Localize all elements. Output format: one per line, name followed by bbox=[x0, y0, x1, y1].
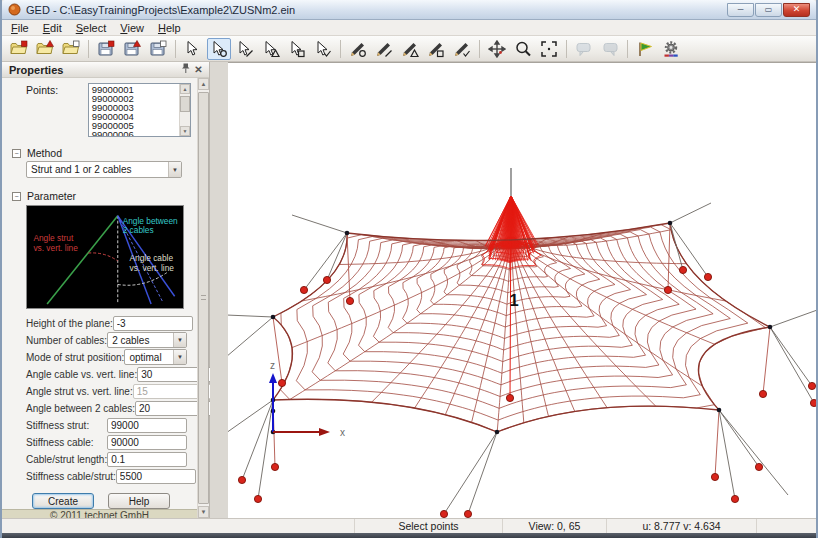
comment-a-button[interactable] bbox=[572, 38, 596, 60]
panel-close-icon[interactable]: ✕ bbox=[192, 64, 205, 75]
select-quads-tool-button[interactable] bbox=[285, 38, 309, 60]
field-label: Stiffness cable: bbox=[26, 437, 107, 448]
help-button[interactable]: Help bbox=[108, 493, 170, 509]
select-points-tool-button[interactable] bbox=[207, 38, 231, 60]
points-listbox[interactable]: 9900000199000002990000039900000499000005… bbox=[88, 83, 191, 137]
draw-lines-tool-button[interactable] bbox=[372, 38, 396, 60]
svg-text:Angle cable: Angle cable bbox=[130, 253, 174, 263]
method-section-label: Method bbox=[27, 147, 62, 159]
scroll-up-icon[interactable]: ▲ bbox=[180, 84, 190, 94]
draw-quads-tool-button[interactable] bbox=[424, 38, 448, 60]
close-button[interactable]: ✕ bbox=[783, 3, 810, 17]
zoom-tool-button[interactable] bbox=[511, 38, 535, 60]
field-row-angle-cable-vs-vert-line: Angle cable vs. vert. line: bbox=[2, 366, 197, 382]
panel-scrollbar[interactable]: ▲ ▼ bbox=[197, 78, 209, 518]
run-button[interactable] bbox=[633, 38, 657, 60]
svg-text:Angle strut: Angle strut bbox=[33, 233, 73, 243]
select-triangles-tool-button[interactable] bbox=[259, 38, 283, 60]
menu-edit[interactable]: Edit bbox=[36, 21, 69, 35]
select-lines-tool-button[interactable] bbox=[233, 38, 257, 60]
scroll-down-icon[interactable]: ▼ bbox=[180, 126, 190, 136]
field-row-cable-strut-length: Cable/strut length: bbox=[2, 451, 197, 467]
svg-text:x: x bbox=[340, 427, 345, 438]
svg-text:z: z bbox=[270, 360, 275, 371]
chevron-down-icon[interactable]: ▼ bbox=[173, 350, 186, 364]
panel-splitter[interactable] bbox=[210, 62, 228, 518]
method-select[interactable]: Strut and 1 or 2 cables ▼ bbox=[26, 161, 182, 178]
status-uv-coordinates: u: 8.777 v: 4.634 bbox=[606, 519, 756, 533]
ged-application-window: GED - C:\EasyTrainingProjects\Example2\Z… bbox=[0, 0, 818, 538]
comment-b-button[interactable] bbox=[598, 38, 622, 60]
properties-panel: Properties ✕ Points: 9900000199000002990… bbox=[2, 62, 210, 518]
fit-view-button[interactable] bbox=[537, 38, 561, 60]
svg-text:Angle between: Angle between bbox=[123, 216, 178, 226]
points-list-scrollbar[interactable]: ▲ ▼ bbox=[179, 84, 190, 136]
menu-view[interactable]: View bbox=[113, 21, 151, 35]
settings-button[interactable] bbox=[659, 38, 683, 60]
method-section-header[interactable]: − Method bbox=[2, 147, 197, 159]
toolbar-separator bbox=[479, 40, 480, 58]
title-bar[interactable]: GED - C:\EasyTrainingProjects\Example2\Z… bbox=[2, 0, 816, 20]
field-select-number-of-cables[interactable]: 2 cables▼ bbox=[107, 332, 187, 348]
toolbar-separator bbox=[175, 40, 176, 58]
menu-help[interactable]: Help bbox=[151, 21, 188, 35]
status-mode: Select points bbox=[354, 519, 502, 533]
toolbar-separator bbox=[88, 40, 89, 58]
scroll-down-icon[interactable]: ▼ bbox=[198, 506, 209, 518]
status-spacer bbox=[2, 519, 354, 533]
select-apply-tool-button[interactable] bbox=[311, 38, 335, 60]
field-label: Angle between 2 cables: bbox=[26, 403, 135, 414]
field-label: Cable/strut length: bbox=[26, 454, 107, 465]
point-list-item[interactable]: 99000006 bbox=[92, 130, 179, 136]
field-input-height-of-the-plane[interactable] bbox=[113, 316, 193, 331]
save-file-a-button[interactable] bbox=[94, 38, 118, 60]
chevron-down-icon[interactable]: ▼ bbox=[168, 162, 181, 177]
parameter-section-header[interactable]: − Parameter bbox=[2, 190, 197, 202]
maximize-button[interactable]: ▭ bbox=[755, 3, 782, 17]
field-row-number-of-cables: Number of cables:2 cables▼ bbox=[2, 332, 197, 348]
points-list: 9900000199000002990000039900000499000005… bbox=[89, 84, 179, 136]
field-row-height-of-the-plane: Height of the plane: bbox=[2, 315, 197, 331]
draw-points-tool-button[interactable] bbox=[346, 38, 370, 60]
parameter-section-label: Parameter bbox=[27, 190, 76, 202]
save-file-c-button[interactable] bbox=[146, 38, 170, 60]
menu-select[interactable]: Select bbox=[69, 21, 114, 35]
field-input-stiffness-cable[interactable] bbox=[107, 435, 187, 450]
open-file-b-button[interactable] bbox=[33, 38, 57, 60]
main-area: Properties ✕ Points: 9900000199000002990… bbox=[2, 62, 816, 518]
scrollbar-thumb[interactable] bbox=[198, 92, 209, 504]
field-label: Stiffness strut: bbox=[26, 420, 107, 431]
parameter-fields: Height of the plane:Number of cables:2 c… bbox=[2, 313, 197, 485]
properties-panel-header: Properties ✕ bbox=[2, 62, 209, 78]
scroll-up-icon[interactable]: ▲ bbox=[198, 78, 209, 90]
move-view-tool-button[interactable] bbox=[485, 38, 509, 60]
field-input-cable-strut-length[interactable] bbox=[107, 452, 187, 467]
field-input-stiffness-cable-strut[interactable] bbox=[116, 469, 196, 484]
draw-apply-tool-button[interactable] bbox=[450, 38, 474, 60]
toolbar-separator bbox=[340, 40, 341, 58]
points-row: Points: 99000001990000029900000399000004… bbox=[2, 78, 197, 139]
draw-triangles-tool-button[interactable] bbox=[398, 38, 422, 60]
select-tool-button[interactable] bbox=[181, 38, 205, 60]
collapse-icon[interactable]: − bbox=[12, 149, 21, 158]
menu-file[interactable]: File bbox=[4, 21, 36, 35]
create-button[interactable]: Create bbox=[32, 493, 94, 509]
toolbar bbox=[2, 36, 816, 62]
node-label: 1 bbox=[509, 291, 518, 310]
scrollbar-thumb[interactable] bbox=[180, 96, 190, 112]
field-select-mode-of-strut-position[interactable]: optimal▼ bbox=[124, 349, 187, 365]
toolbar-separator bbox=[627, 40, 628, 58]
open-file-a-button[interactable] bbox=[7, 38, 31, 60]
field-row-stiffness-cable: Stiffness cable: bbox=[2, 434, 197, 450]
app-icon bbox=[8, 3, 21, 16]
method-select-value: Strut and 1 or 2 cables bbox=[27, 164, 168, 175]
status-view: View: 0, 65 bbox=[502, 519, 606, 533]
model-viewport[interactable]: zx1 bbox=[228, 62, 816, 518]
open-file-c-button[interactable] bbox=[59, 38, 83, 60]
collapse-icon[interactable]: − bbox=[12, 192, 21, 201]
chevron-down-icon[interactable]: ▼ bbox=[173, 333, 186, 347]
pin-icon[interactable] bbox=[179, 63, 192, 76]
field-input-stiffness-strut[interactable] bbox=[107, 418, 187, 433]
minimize-button[interactable]: ─ bbox=[727, 3, 754, 17]
save-file-b-button[interactable] bbox=[120, 38, 144, 60]
